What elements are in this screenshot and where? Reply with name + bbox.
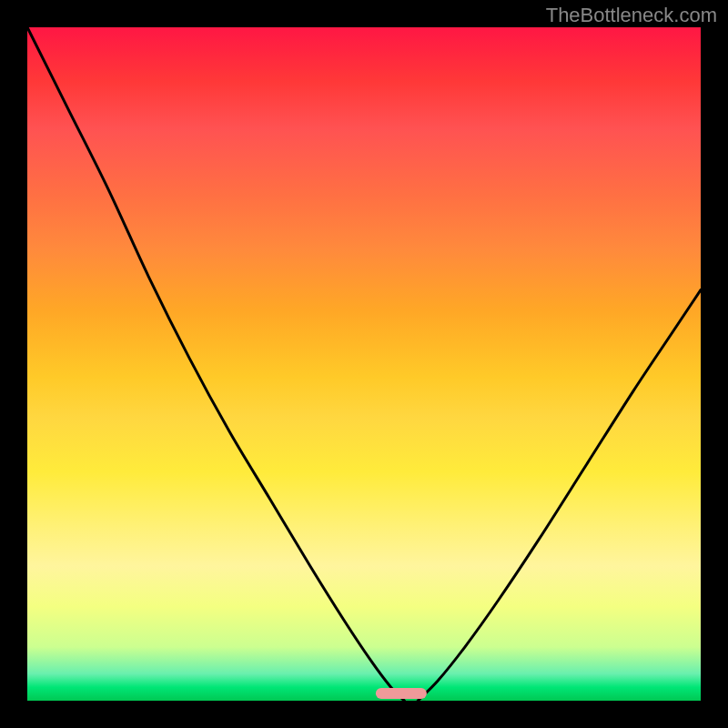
right-curve [418,290,701,701]
bottleneck-marker [376,688,427,699]
left-curve [27,27,404,701]
curves-layer [27,27,701,701]
plot-area [27,27,701,701]
watermark-text: TheBottleneck.com [546,4,717,27]
chart-container: TheBottleneck.com [0,0,728,728]
